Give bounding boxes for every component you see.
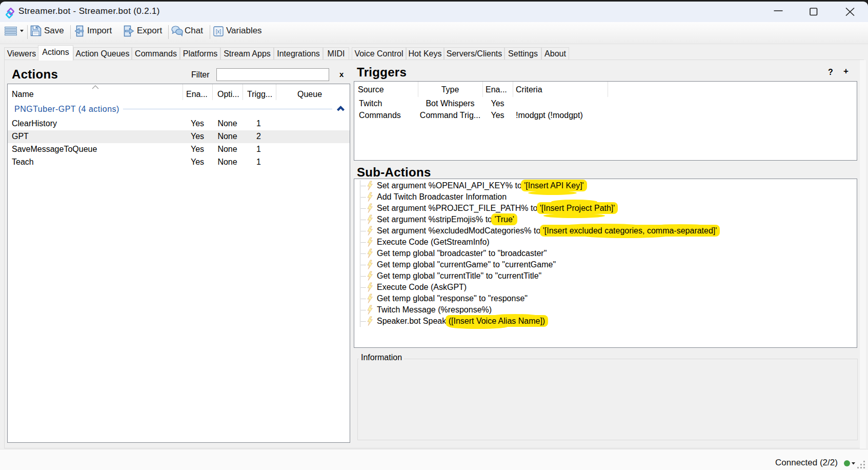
- svg-text:[x]: [x]: [216, 29, 221, 34]
